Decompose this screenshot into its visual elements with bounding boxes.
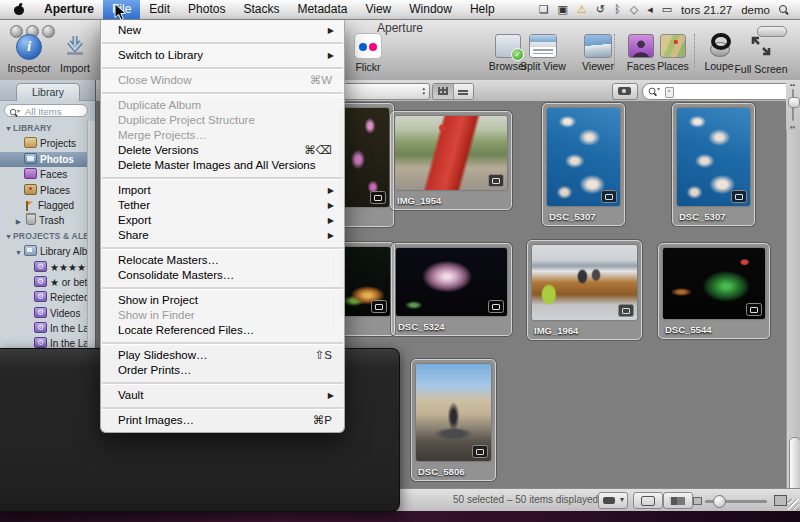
smart-icon bbox=[34, 322, 47, 333]
menu-aperture[interactable]: Aperture bbox=[35, 0, 103, 19]
file-menu-item-share[interactable]: Share▶ bbox=[101, 228, 344, 243]
sidebar-item-label: Projects bbox=[40, 138, 76, 149]
full-screen-button[interactable]: Full Screen bbox=[731, 32, 791, 74]
sidebar-item-faces[interactable]: Faces bbox=[0, 167, 95, 182]
sidebar-item-photos[interactable]: Photos bbox=[0, 152, 95, 167]
slider-thumb[interactable] bbox=[713, 495, 726, 508]
photo-thumbnail-dsc-5324[interactable]: DSC_5324 bbox=[391, 243, 512, 336]
referenced-file-badge-icon bbox=[472, 445, 488, 458]
list-view-button[interactable] bbox=[453, 84, 474, 99]
sidebar-item-flagged[interactable]: Flagged bbox=[0, 198, 95, 213]
menu-item-label: Duplicate Project Structure bbox=[118, 114, 255, 126]
file-menu-item-new[interactable]: New▶ bbox=[101, 23, 344, 38]
sidebar-search-input[interactable]: ▾ All Items bbox=[4, 104, 88, 117]
battery-icon[interactable]: ▭ bbox=[662, 0, 672, 19]
file-menu-item-consolidate-masters[interactable]: Consolidate Masters… bbox=[101, 268, 344, 283]
filmstrip-button[interactable] bbox=[663, 492, 693, 509]
disclosure-triangle-icon[interactable]: ▼ bbox=[4, 121, 13, 136]
disclosure-triangle-icon[interactable]: ▶ bbox=[14, 214, 23, 228]
grid-scrollbar[interactable]: ▲▼ bbox=[786, 130, 800, 508]
projects-icon bbox=[24, 137, 37, 148]
smart-icon bbox=[34, 291, 47, 302]
file-menu-item-merge-projects: Merge Projects… bbox=[101, 128, 344, 143]
file-menu-item-export[interactable]: Export▶ bbox=[101, 213, 344, 228]
photo-image bbox=[339, 108, 389, 207]
slider-thumb[interactable] bbox=[788, 97, 800, 108]
sorting-button[interactable] bbox=[598, 492, 628, 509]
flickr-button[interactable]: Flickr bbox=[346, 32, 390, 74]
scrollbar-thumb[interactable] bbox=[789, 437, 800, 494]
grid-view-button[interactable] bbox=[433, 84, 453, 99]
photo-thumbnail-img-1954[interactable]: IMG_1954 bbox=[390, 111, 512, 210]
menu-photos[interactable]: Photos bbox=[179, 0, 234, 19]
photo-thumbnail-dsc-5307[interactable]: DSC_5307 bbox=[542, 103, 625, 226]
sidebar-item-videos[interactable]: Videos bbox=[0, 306, 95, 321]
photo-thumbnail-dsc-5806[interactable]: DSC_5806 bbox=[411, 359, 496, 481]
filter-hud-button[interactable] bbox=[612, 83, 638, 100]
apple-menu-icon[interactable] bbox=[14, 4, 25, 15]
menu-stacks[interactable]: Stacks bbox=[234, 0, 288, 19]
sort-popup[interactable] bbox=[330, 83, 430, 100]
menu-edit[interactable]: Edit bbox=[140, 0, 179, 19]
menu-window[interactable]: Window bbox=[400, 0, 461, 19]
file-menu-item-relocate-masters[interactable]: Relocate Masters… bbox=[101, 253, 344, 268]
warning-icon[interactable]: ⚠ bbox=[577, 0, 587, 19]
tab-library[interactable]: Library bbox=[16, 83, 80, 101]
file-menu-item-duplicate-project-structure: Duplicate Project Structure bbox=[101, 113, 344, 128]
display-icon[interactable]: ▣ bbox=[558, 0, 568, 19]
referenced-file-badge-icon bbox=[618, 304, 634, 317]
file-menu-item-switch-to-library[interactable]: Switch to Library▶ bbox=[101, 48, 344, 63]
inspector-button[interactable]: iInspector bbox=[4, 32, 54, 74]
split-view-button[interactable]: Split View bbox=[516, 32, 570, 74]
menu-metadata[interactable]: Metadata bbox=[288, 0, 356, 19]
file-menu-item-tether[interactable]: Tether▶ bbox=[101, 198, 344, 213]
sidebar-item-places[interactable]: Places bbox=[0, 183, 95, 198]
volume-icon[interactable]: ◂ bbox=[647, 0, 653, 19]
sidebar-item-rejected[interactable]: Rejected bbox=[0, 290, 95, 305]
photo-thumbnail-img-1964[interactable]: IMG_1964 bbox=[527, 240, 642, 340]
window-resize-grip[interactable] bbox=[788, 499, 799, 510]
photo-thumbnail-dsc-5544[interactable]: DSC_5544 bbox=[658, 243, 770, 339]
file-menu-item-print-images[interactable]: Print Images…⌘P bbox=[101, 413, 344, 428]
bluetooth-icon[interactable]: ᛒ bbox=[614, 0, 621, 19]
menu-help[interactable]: Help bbox=[461, 0, 504, 19]
file-menu-item-vault[interactable]: Vault▶ bbox=[101, 388, 344, 403]
file-menu-item-play-slideshow[interactable]: Play Slideshow…⇧S bbox=[101, 348, 344, 363]
small-thumbnail-icon bbox=[693, 497, 702, 505]
file-menu-item-locate-referenced-files[interactable]: Locate Referenced Files… bbox=[101, 323, 344, 338]
stack-slider[interactable]: ▴▴ ▾▾ bbox=[786, 81, 800, 130]
browser-search-input[interactable]: ▾ ✕ bbox=[642, 83, 800, 100]
places-button[interactable]: Places bbox=[651, 32, 695, 74]
menu-view[interactable]: View bbox=[356, 0, 400, 19]
disclosure-triangle-icon[interactable]: ▼ bbox=[14, 245, 23, 259]
file-menu-item-duplicate-album: Duplicate Album bbox=[101, 98, 344, 113]
import-button[interactable]: Import bbox=[53, 32, 97, 74]
primary-only-button[interactable] bbox=[633, 492, 663, 509]
file-menu-item-show-in-project[interactable]: Show in Project bbox=[101, 293, 344, 308]
time-machine-icon[interactable]: ↺ bbox=[596, 0, 605, 19]
spotlight-icon[interactable] bbox=[779, 5, 788, 14]
sidebar-item-projects[interactable]: Projects bbox=[0, 136, 95, 151]
places-icon bbox=[660, 34, 686, 58]
disclosure-triangle-icon[interactable]: ▼ bbox=[4, 229, 13, 244]
sidebar-item-★-or-better[interactable]: ★ or better bbox=[0, 275, 95, 290]
file-menu-item-delete-versions[interactable]: Delete Versions⌘⌫ bbox=[101, 143, 344, 158]
menu-item-label: Duplicate Album bbox=[118, 99, 201, 111]
file-menu-item-order-prints[interactable]: Order Prints… bbox=[101, 363, 344, 378]
spaces-icon[interactable]: ❏ bbox=[539, 0, 549, 19]
sidebar-item-in-the-last[interactable]: In the Last bbox=[0, 321, 95, 336]
thumbnail-size-slider[interactable] bbox=[693, 493, 785, 507]
menu-bar-user[interactable]: demo bbox=[741, 4, 770, 16]
photo-thumbnail-dsc-5307[interactable]: DSC_5307 bbox=[672, 103, 755, 226]
sidebar-scrollbar[interactable] bbox=[87, 121, 95, 348]
sidebar-item-★★★★★[interactable]: ★★★★★ bbox=[0, 260, 95, 275]
photo-image bbox=[395, 116, 507, 190]
sidebar-item-trash[interactable]: ▶Trash bbox=[0, 213, 95, 228]
menu-bar-clock[interactable]: tors 21.27 bbox=[681, 4, 732, 16]
airport-icon[interactable]: ◇ bbox=[630, 0, 638, 19]
sidebar-item-library[interactable]: ▼LIBRARY bbox=[0, 121, 95, 136]
sidebar-item-library-albums[interactable]: ▼Library Albums bbox=[0, 244, 95, 259]
file-menu-item-delete-master-images-and-all-versions[interactable]: Delete Master Images and All Versions bbox=[101, 158, 344, 173]
sidebar-item-projects-albums[interactable]: ▼PROJECTS & ALBUMS bbox=[0, 229, 95, 244]
file-menu-item-import[interactable]: Import▶ bbox=[101, 183, 344, 198]
